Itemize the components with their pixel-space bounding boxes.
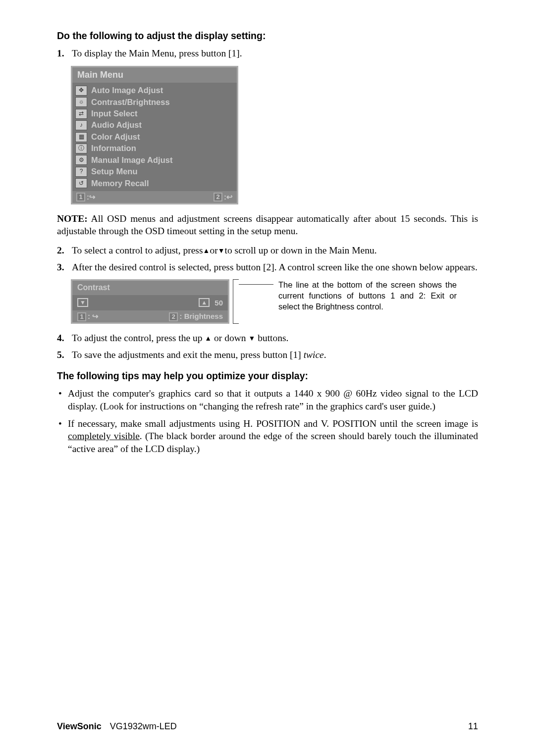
step-2: 2. To select a control to adjust, press▲… bbox=[57, 244, 478, 256]
step-1: 1. To display the Main Menu, press butto… bbox=[57, 47, 478, 59]
osd-contrast-footer: 1: ↪ 2: Brightness bbox=[72, 310, 228, 322]
bullet-dot: • bbox=[57, 417, 68, 455]
osd-contrast-title: Contrast bbox=[72, 281, 228, 295]
bullet-dot: • bbox=[57, 387, 68, 412]
osd-item-setup-menu: ? Setup Menu bbox=[75, 166, 234, 177]
information-icon: ⓘ bbox=[75, 144, 87, 153]
step-4-text-b: or down bbox=[212, 333, 248, 343]
enter-icon: ↩ bbox=[226, 192, 233, 202]
contrast-brightness-icon: ☼ bbox=[75, 97, 87, 107]
osd-item-manual-image-adjust: ⚙ Manual Image Adjust bbox=[75, 154, 234, 166]
tip-2-text-a: If necessary, make small adjustments usi… bbox=[68, 418, 478, 429]
note-label: NOTE: bbox=[57, 213, 88, 224]
step-5-text-a: To save the adjustments and exit the men… bbox=[72, 350, 304, 360]
osd-label: Manual Image Adjust bbox=[91, 155, 172, 165]
tip-2-text: If necessary, make small adjustments usi… bbox=[68, 417, 478, 455]
osd-main-title: Main Menu bbox=[72, 67, 237, 83]
osd-item-color-adjust: ▦ Color Adjust bbox=[75, 131, 234, 143]
input-select-icon: ⇄ bbox=[75, 109, 87, 119]
step-3-text: After the desired control is selected, p… bbox=[72, 261, 478, 273]
osd-item-audio-adjust: ♪ Audio Adjust bbox=[75, 119, 234, 131]
osd-label: Color Adjust bbox=[91, 132, 140, 142]
osd-contrast-foot-right: 2: Brightness bbox=[169, 311, 223, 321]
step-3-num: 3. bbox=[57, 261, 72, 273]
step-2-text-c: to scroll up or down in the Main Menu. bbox=[225, 245, 377, 255]
osd-item-auto-image-adjust: ✥ Auto Image Adjust bbox=[75, 85, 234, 96]
osd-footer-key-2: 2: ↩ bbox=[214, 192, 233, 202]
color-adjust-icon: ▦ bbox=[75, 132, 87, 142]
setup-menu-icon: ? bbox=[75, 167, 87, 177]
osd-item-contrast-brightness: ☼ Contrast/Brightness bbox=[75, 97, 234, 108]
step-4: 4. To adjust the control, press the up ▲… bbox=[57, 332, 478, 344]
osd-contrast-value: 50 bbox=[214, 298, 223, 308]
step-4-text: To adjust the control, press the up ▲ or… bbox=[72, 332, 478, 344]
osd-label: Setup Menu bbox=[91, 166, 138, 177]
auto-image-adjust-icon: ✥ bbox=[75, 86, 87, 96]
key-2-box: 2 bbox=[214, 193, 222, 202]
osd-label: Information bbox=[91, 143, 136, 153]
footer-left: ViewSonic VG1932wm-LED bbox=[57, 721, 177, 732]
contrast-example-wrap: Contrast ▼ ▲ 50 1: ↪ 2: Brightness The l… bbox=[71, 279, 478, 324]
page-number: 11 bbox=[468, 721, 478, 732]
osd-label: Memory Recall bbox=[91, 178, 149, 189]
step-2-text-b: or bbox=[210, 245, 217, 255]
osd-contrast-down-group: ▼ bbox=[77, 298, 88, 307]
step-2-text: To select a control to adjust, press▲or▼… bbox=[72, 244, 478, 256]
osd-item-input-select: ⇄ Input Select bbox=[75, 108, 234, 119]
memory-recall-icon: ↺ bbox=[75, 178, 87, 188]
tip-1: • Adjust the computer's graphics card so… bbox=[57, 387, 478, 412]
osd-contrast-foot-right-label: : Brightness bbox=[179, 312, 223, 320]
up-arrow-icon: ▲ bbox=[205, 334, 212, 343]
osd-label: Contrast/Brightness bbox=[91, 97, 170, 107]
osd-contrast-body: ▼ ▲ 50 bbox=[72, 295, 228, 311]
tip-2: • If necessary, make small adjustments u… bbox=[57, 417, 478, 455]
osd-main-menu: Main Menu ✥ Auto Image Adjust ☼ Contrast… bbox=[71, 66, 238, 204]
step-5-twice: twice bbox=[304, 350, 324, 360]
osd-label: Auto Image Adjust bbox=[91, 85, 163, 96]
osd-item-information: ⓘ Information bbox=[75, 143, 234, 154]
osd-contrast-foot-left: 1: ↪ bbox=[77, 311, 99, 321]
down-arrow-icon: ▼ bbox=[248, 334, 255, 343]
step-4-text-a: To adjust the control, press the up bbox=[72, 333, 205, 343]
osd-label: Audio Adjust bbox=[91, 120, 142, 130]
note-text: All OSD menus and adjustment screens dis… bbox=[57, 213, 478, 236]
osd-item-memory-recall: ↺ Memory Recall bbox=[75, 178, 234, 189]
step-4-num: 4. bbox=[57, 332, 72, 344]
osd-main-body: ✥ Auto Image Adjust ☼ Contrast/Brightnes… bbox=[72, 83, 237, 191]
osd-label: Input Select bbox=[91, 108, 138, 119]
up-arrow-box-icon: ▲ bbox=[199, 298, 210, 307]
heading-tips: The following tips may help you optimize… bbox=[57, 370, 478, 382]
key-1-box: 1 bbox=[77, 312, 86, 321]
osd-contrast-box: Contrast ▼ ▲ 50 1: ↪ 2: Brightness bbox=[71, 279, 229, 324]
up-arrow-icon: ▲ bbox=[203, 247, 210, 255]
heading-adjust: Do the following to adjust the display s… bbox=[57, 30, 478, 42]
step-5-text-b: . bbox=[324, 350, 326, 360]
step-5-text: To save the adjustments and exit the men… bbox=[72, 349, 478, 361]
step-4-text-c: buttons. bbox=[255, 333, 288, 343]
callout-text: The line at the bottom of the screen sho… bbox=[278, 279, 457, 312]
step-5: 5. To save the adjustments and exit the … bbox=[57, 349, 478, 361]
step-2-num: 2. bbox=[57, 244, 72, 256]
osd-contrast-up-group: ▲ 50 bbox=[199, 298, 223, 308]
key-1-box: 1 bbox=[76, 193, 85, 202]
osd-main-footer: 1: ↪ 2: ↩ bbox=[72, 191, 237, 203]
key-2-box: 2 bbox=[169, 312, 178, 321]
callout-bracket bbox=[233, 279, 239, 324]
step-1-text: To display the Main Menu, press button [… bbox=[72, 47, 478, 59]
tip-2-underline: completely visible bbox=[68, 431, 140, 441]
tip-1-text: Adjust the computer's graphics card so t… bbox=[68, 387, 478, 412]
down-arrow-box-icon: ▼ bbox=[77, 298, 88, 307]
callout-line bbox=[239, 284, 273, 285]
audio-adjust-icon: ♪ bbox=[75, 120, 87, 130]
step-1-num: 1. bbox=[57, 47, 72, 59]
note-paragraph: NOTE: All OSD menus and adjustment scree… bbox=[57, 212, 478, 238]
down-arrow-icon: ▼ bbox=[218, 247, 225, 255]
page-footer: ViewSonic VG1932wm-LED 11 bbox=[57, 721, 478, 732]
exit-icon: ↪ bbox=[89, 192, 96, 202]
exit-icon: ↪ bbox=[92, 312, 99, 320]
footer-brand: ViewSonic bbox=[57, 721, 102, 731]
footer-model: VG1932wm-LED bbox=[110, 721, 177, 731]
step-3: 3. After the desired control is selected… bbox=[57, 261, 478, 273]
step-2-text-a: To select a control to adjust, press bbox=[72, 245, 203, 255]
step-5-num: 5. bbox=[57, 349, 72, 361]
